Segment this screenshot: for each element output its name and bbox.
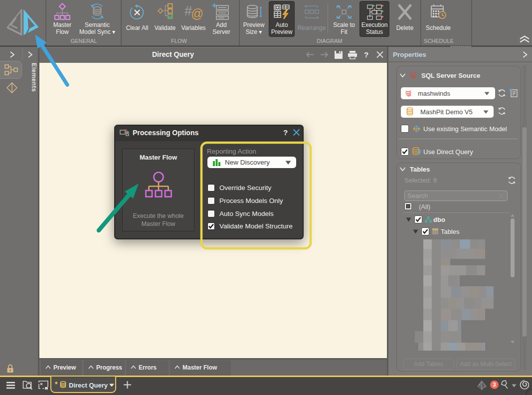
- svg-text:@: @: [191, 6, 202, 20]
- svg-text:?: ?: [364, 50, 368, 59]
